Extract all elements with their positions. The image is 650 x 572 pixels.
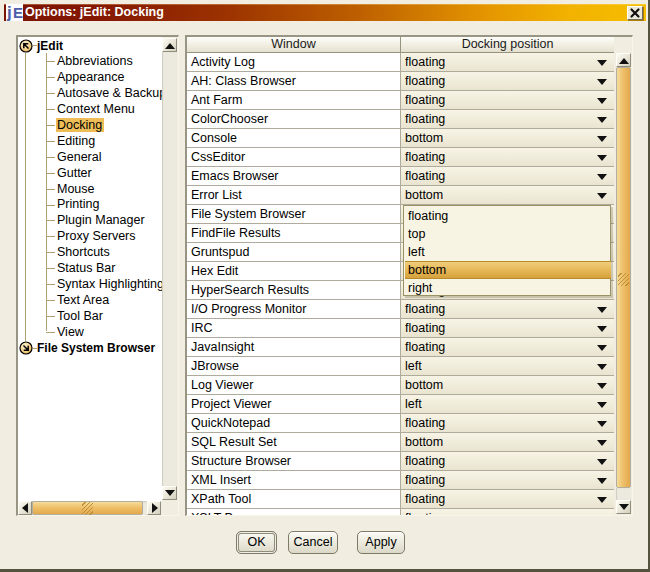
svg-text:j: j [6,4,12,21]
svg-text:E: E [13,4,23,21]
